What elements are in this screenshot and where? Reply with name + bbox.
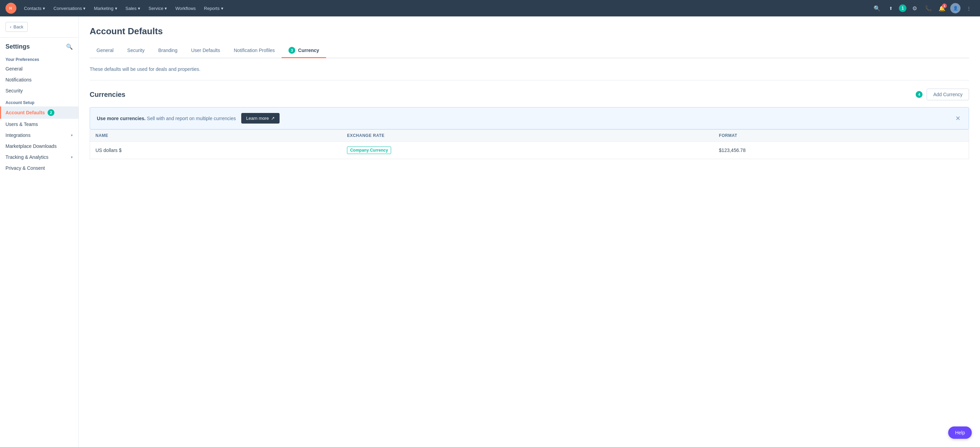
- nav-service[interactable]: Service ▾: [145, 4, 170, 13]
- sidebar-item-account-defaults[interactable]: Account Defaults 2: [0, 107, 78, 119]
- nav-reports[interactable]: Reports ▾: [200, 4, 227, 13]
- table-header-row: NAME EXCHANGE RATE FORMAT: [90, 130, 969, 142]
- back-button[interactable]: ‹ Back: [5, 22, 28, 32]
- table-row: US dollars $ Company Currency $123,456.7…: [90, 142, 969, 159]
- external-link-icon: ↗: [271, 116, 275, 121]
- banner-sub-text: Sell with and report on multiple currenc…: [147, 116, 236, 121]
- integrations-chevron-icon: ▾: [71, 133, 73, 138]
- currency-tab-badge: 3: [288, 47, 295, 54]
- sidebar-item-security[interactable]: Security: [0, 85, 78, 96]
- sidebar-item-marketplace[interactable]: Marketplace Downloads: [0, 141, 78, 152]
- sidebar-item-privacy[interactable]: Privacy & Consent: [0, 162, 78, 173]
- company-currency-badge: Company Currency: [347, 146, 391, 154]
- currency-name: US dollars $: [90, 142, 342, 159]
- phone-button[interactable]: 📞: [923, 3, 934, 14]
- help-button[interactable]: Help: [948, 426, 972, 439]
- content-description: These defaults will be used for deals an…: [90, 67, 969, 72]
- sidebar-item-tracking[interactable]: Tracking & Analytics ▾: [0, 152, 78, 162]
- sidebar-search-icon[interactable]: 🔍: [66, 43, 73, 50]
- nav-contacts[interactable]: Contacts ▾: [21, 4, 49, 13]
- nav-marketing[interactable]: Marketing ▾: [90, 4, 121, 13]
- app-layout: ‹ Back Settings 🔍 Your Preferences Gener…: [0, 16, 980, 447]
- sidebar-title: Settings: [5, 43, 30, 50]
- info-banner: Use more currencies. Sell with and repor…: [90, 107, 969, 129]
- your-preferences-label: Your Preferences: [0, 53, 78, 63]
- learn-more-button[interactable]: Learn more ↗: [241, 113, 279, 124]
- currencies-header: Currencies 4 Add Currency: [90, 89, 969, 100]
- sidebar-item-notifications[interactable]: Notifications: [0, 74, 78, 85]
- nav-conversations[interactable]: Conversations ▾: [50, 4, 89, 13]
- col-exchange-rate: EXCHANGE RATE: [342, 130, 713, 142]
- sidebar: ‹ Back Settings 🔍 Your Preferences Gener…: [0, 16, 79, 447]
- top-navigation: H Contacts ▾ Conversations ▾ Marketing ▾…: [0, 0, 980, 16]
- page-header: Account Defaults General Security Brandi…: [79, 16, 980, 58]
- nav-sales[interactable]: Sales ▾: [122, 4, 144, 13]
- tab-user-defaults[interactable]: User Defaults: [184, 43, 227, 58]
- svg-text:H: H: [9, 6, 12, 10]
- tab-currency[interactable]: 3 Currency: [282, 43, 326, 58]
- currencies-title: Currencies: [90, 91, 126, 99]
- tab-general[interactable]: General: [90, 43, 121, 58]
- tab-security[interactable]: Security: [121, 43, 151, 58]
- currency-table: NAME EXCHANGE RATE FORMAT US dollars $ C…: [90, 129, 969, 159]
- notifications-button[interactable]: 🔔 1: [937, 3, 948, 14]
- settings-button[interactable]: ⚙: [909, 3, 920, 14]
- currency-exchange-rate: Company Currency: [342, 142, 713, 159]
- tracking-chevron-icon: ▾: [71, 155, 73, 159]
- currency-format: $123,456.78: [713, 142, 969, 159]
- user-number-badge[interactable]: 1: [899, 5, 907, 12]
- add-currency-badge: 4: [916, 91, 923, 98]
- banner-bold-text: Use more currencies.: [97, 116, 145, 121]
- notification-count: 1: [942, 3, 947, 8]
- hubspot-logo[interactable]: H: [5, 3, 16, 14]
- nav-workflows[interactable]: Workflows: [172, 4, 199, 13]
- sidebar-header: Settings 🔍: [0, 38, 78, 53]
- search-button[interactable]: 🔍: [872, 3, 883, 14]
- upgrade-button[interactable]: ⬆: [885, 3, 896, 14]
- add-currency-button[interactable]: Add Currency: [927, 89, 969, 100]
- main-content: Account Defaults General Security Brandi…: [79, 16, 980, 447]
- account-defaults-badge: 2: [48, 109, 54, 116]
- sidebar-item-integrations[interactable]: Integrations ▾: [0, 130, 78, 141]
- user-avatar[interactable]: 👤: [950, 3, 961, 13]
- page-title: Account Defaults: [90, 26, 969, 37]
- account-setup-label: Account Setup: [0, 96, 78, 107]
- close-banner-button[interactable]: ✕: [954, 113, 962, 124]
- tab-branding[interactable]: Branding: [151, 43, 184, 58]
- nav-icons-group: 🔍 ⬆ 1 ⚙ 📞 🔔 1 👤 ⋮: [872, 3, 975, 14]
- col-format: FORMAT: [713, 130, 969, 142]
- sidebar-item-users-teams[interactable]: Users & Teams: [0, 119, 78, 130]
- tabs-bar: General Security Branding User Defaults …: [90, 43, 969, 58]
- nav-expand[interactable]: ⋮: [963, 4, 975, 13]
- tab-notification-profiles[interactable]: Notification Profiles: [227, 43, 282, 58]
- content-body: These defaults will be used for deals an…: [79, 58, 980, 167]
- sidebar-item-general[interactable]: General: [0, 63, 78, 74]
- col-name: NAME: [90, 130, 342, 142]
- sidebar-back-section: ‹ Back: [0, 16, 78, 38]
